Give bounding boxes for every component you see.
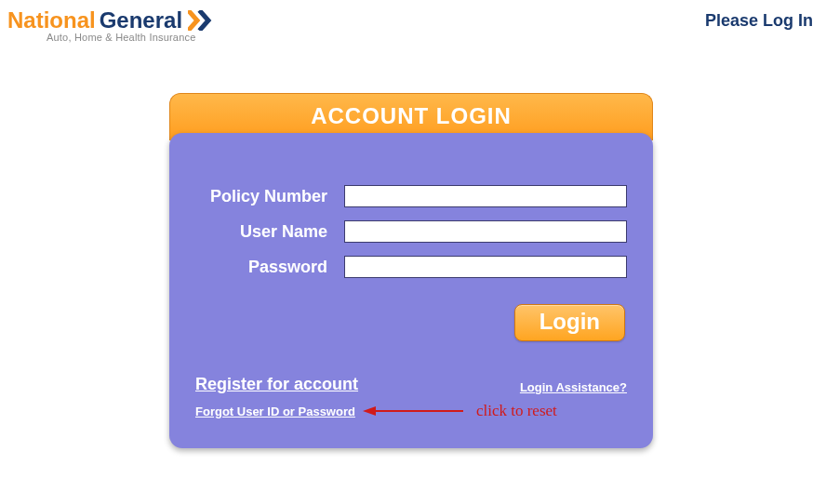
- login-box: ACCOUNT LOGIN Policy Number User Name Pa…: [169, 93, 653, 448]
- policy-number-input[interactable]: [344, 185, 627, 207]
- annotation-text: click to reset: [476, 402, 557, 420]
- login-button-row: Login: [195, 304, 627, 341]
- username-row: User Name: [195, 220, 627, 243]
- policy-row: Policy Number: [195, 185, 627, 207]
- forgot-row: Forgot User ID or Password click to rese…: [195, 402, 627, 420]
- logo-text-general: General: [100, 7, 182, 33]
- password-label: Password: [195, 258, 344, 277]
- please-log-in-link[interactable]: Please Log In: [705, 7, 813, 31]
- arrow-left-icon: [363, 404, 465, 418]
- logo-text-national: National: [7, 7, 96, 33]
- policy-number-label: Policy Number: [195, 187, 344, 206]
- forgot-credentials-link[interactable]: Forgot User ID or Password: [195, 405, 355, 418]
- links-row: Register for account Login Assistance?: [195, 375, 627, 394]
- register-account-link[interactable]: Register for account: [195, 375, 358, 394]
- password-input[interactable]: [344, 256, 627, 278]
- chevron-right-icon: [188, 10, 216, 31]
- page-header: National General Auto, Home & Health Ins…: [0, 0, 826, 43]
- svg-marker-1: [363, 406, 376, 416]
- login-panel: Policy Number User Name Password Login R…: [169, 133, 653, 448]
- logo-tagline: Auto, Home & Health Insurance: [7, 32, 216, 43]
- username-input[interactable]: [344, 220, 627, 243]
- logo: National General Auto, Home & Health Ins…: [7, 7, 216, 43]
- login-assistance-link[interactable]: Login Assistance?: [520, 380, 627, 394]
- password-row: Password: [195, 256, 627, 278]
- username-label: User Name: [195, 222, 344, 242]
- login-button[interactable]: Login: [514, 304, 625, 341]
